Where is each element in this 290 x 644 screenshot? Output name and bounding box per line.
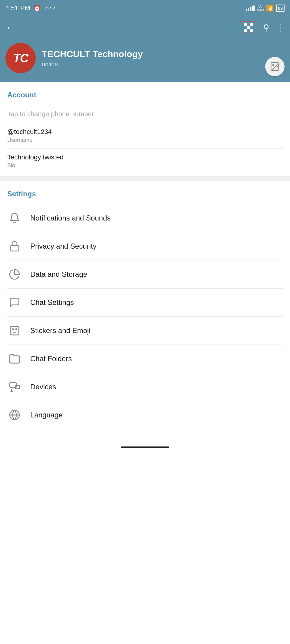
alarm-icon: ⏰: [33, 5, 41, 12]
bio-label: Bio: [7, 162, 283, 169]
piechart-icon: [7, 267, 22, 282]
status-icons-right: VoWiFi 📶 89: [246, 5, 285, 12]
back-button[interactable]: ←: [5, 22, 15, 33]
settings-item-notifications[interactable]: Notifications and Sounds: [7, 204, 283, 232]
settings-item-stickers[interactable]: Stickers and Emoji: [7, 317, 283, 345]
search-button[interactable]: ⚲: [263, 23, 269, 33]
add-photo-button[interactable]: [265, 57, 285, 76]
profile-name: TECHCULT Technology: [42, 49, 285, 60]
chat-icon: [7, 295, 22, 310]
account-section: Account Tap to change phone number @tech…: [0, 82, 290, 174]
username-field[interactable]: @techcult1234 Username: [7, 123, 283, 149]
nav-left: ←: [5, 22, 15, 33]
username-value: @techcult1234: [7, 128, 283, 136]
avatar: TC: [5, 43, 36, 73]
username-label: Username: [7, 137, 283, 143]
account-title: Account: [7, 91, 283, 99]
privacy-label: Privacy and Security: [30, 242, 97, 250]
sticker-icon: [7, 323, 22, 338]
phone-field[interactable]: Tap to change phone number: [7, 105, 283, 123]
bio-field[interactable]: Technology twisted Bio: [7, 149, 283, 174]
profile-info: TECHCULT Technology online: [42, 49, 285, 68]
phone-placeholder: Tap to change phone number: [7, 110, 283, 118]
time-display: 4:51 PM: [5, 4, 30, 12]
folder-icon: [7, 351, 22, 366]
settings-item-privacy[interactable]: Privacy and Security: [7, 232, 283, 260]
nav-right: ⚲ ⋮: [241, 21, 285, 34]
vo-wifi-label: VoWiFi: [257, 5, 264, 12]
chat-settings-label: Chat Settings: [30, 298, 74, 307]
status-bar: 4:51 PM ⏰ ✓✓✓ VoWiFi 📶 89: [0, 0, 290, 16]
battery-icon: 89: [276, 5, 285, 12]
more-options-button[interactable]: ⋮: [276, 23, 285, 33]
home-indicator: [121, 446, 169, 448]
settings-item-chat[interactable]: Chat Settings: [7, 289, 283, 317]
svg-point-6: [12, 329, 13, 330]
svg-point-1: [273, 64, 274, 66]
profile-status: online: [42, 61, 285, 68]
top-nav: ← ⚲ ⋮: [0, 16, 290, 43]
settings-item-language[interactable]: Language: [7, 401, 283, 429]
language-label: Language: [30, 411, 63, 419]
lock-icon: [7, 239, 22, 253]
svg-point-7: [16, 329, 17, 330]
avatar-text: TC: [13, 51, 28, 65]
devices-label: Devices: [30, 383, 56, 391]
chat-folders-label: Chat Folders: [30, 355, 72, 363]
qr-icon: [244, 23, 253, 32]
notifications-label: Notifications and Sounds: [30, 214, 111, 222]
battery-level: 89: [278, 6, 283, 11]
checkmarks-icon: ✓✓✓: [44, 5, 56, 11]
home-indicator-area: [0, 429, 290, 453]
add-photo-icon: [270, 61, 280, 72]
settings-item-devices[interactable]: Devices: [7, 373, 283, 401]
profile-section: TC TECHCULT Technology online: [0, 43, 290, 82]
settings-section: Settings Notifications and Sounds Privac…: [0, 181, 290, 429]
stickers-label: Stickers and Emoji: [30, 326, 91, 335]
bell-icon: [7, 211, 22, 225]
globe-icon: [7, 408, 22, 422]
devices-icon: [7, 380, 22, 394]
data-storage-label: Data and Storage: [30, 270, 87, 279]
svg-rect-5: [10, 326, 19, 335]
svg-rect-4: [10, 246, 19, 251]
bio-value: Technology twisted: [7, 153, 283, 161]
signal-icon: [246, 5, 255, 11]
settings-title: Settings: [7, 190, 283, 198]
qr-code-button[interactable]: [241, 21, 256, 34]
section-divider: [0, 176, 290, 181]
settings-item-data[interactable]: Data and Storage: [7, 260, 283, 289]
settings-item-folders[interactable]: Chat Folders: [7, 345, 283, 373]
wifi-icon: 📶: [266, 5, 274, 12]
status-time: 4:51 PM ⏰ ✓✓✓: [5, 4, 56, 12]
